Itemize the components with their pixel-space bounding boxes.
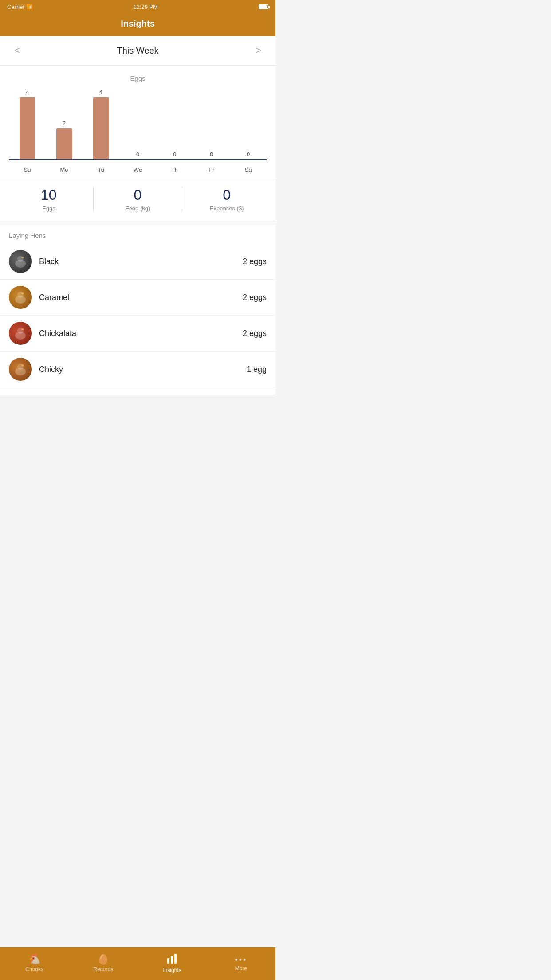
hen-avatar-chicky — [9, 358, 32, 381]
bar-rect-tu — [93, 97, 109, 159]
bar-value-fr: 0 — [210, 151, 213, 158]
bar-day-label-su: Su — [9, 166, 46, 173]
stat-expenses: 0 Expenses ($) — [182, 187, 271, 212]
bar-day-label-sa: Sa — [230, 166, 267, 173]
svg-point-2 — [21, 257, 24, 258]
prev-week-button[interactable]: < — [11, 43, 24, 58]
bar-value-mo: 2 — [63, 120, 66, 126]
hen-avatar-chickalata — [9, 322, 32, 345]
bar-value-su: 4 — [26, 89, 29, 95]
stat-eggs-label: Eggs — [4, 205, 93, 212]
week-label: This Week — [117, 46, 158, 56]
status-time: 12:29 PM — [134, 4, 158, 10]
bar-day-label-th: Th — [156, 166, 193, 173]
hen-eggs-chickalata: 2 eggs — [243, 329, 267, 338]
bar-col-su: 4 — [9, 89, 46, 159]
bar-chart: 4240000 — [9, 89, 267, 160]
stat-eggs: 10 Eggs — [4, 187, 93, 212]
carrier-wifi: Carrier 📶 — [7, 4, 33, 10]
hen-row-caramel[interactable]: Caramel2 eggs — [0, 280, 276, 316]
hen-name-caramel: Caramel — [39, 293, 243, 302]
laying-hens-section: Laying Hens Black2 eggs Caramel2 eggs Ch… — [0, 225, 276, 395]
bar-value-th: 0 — [173, 151, 176, 158]
hens-list: Black2 eggs Caramel2 eggs Chickalata2 eg… — [0, 244, 276, 387]
bar-col-th: 0 — [156, 151, 193, 159]
bar-rect-mo — [56, 128, 72, 159]
wifi-icon: 📶 — [27, 4, 33, 10]
hen-avatar-caramel — [9, 286, 32, 309]
hen-name-chickalata: Chickalata — [39, 329, 243, 338]
chart-section: Eggs 4240000 SuMoTuWeThFrSa — [0, 66, 276, 178]
stat-eggs-value: 10 — [4, 187, 93, 203]
hen-eggs-black: 2 eggs — [243, 257, 267, 266]
bar-day-label-fr: Fr — [193, 166, 230, 173]
bar-value-tu: 4 — [99, 89, 102, 95]
stat-expenses-value: 0 — [182, 187, 271, 203]
bar-day-label-mo: Mo — [46, 166, 83, 173]
chart-title: Eggs — [9, 75, 267, 82]
bar-col-we: 0 — [119, 151, 156, 159]
hen-row-chicky[interactable]: Chicky1 egg — [0, 352, 276, 387]
stat-expenses-label: Expenses ($) — [182, 205, 271, 212]
status-bar: Carrier 📶 12:29 PM — [0, 0, 276, 13]
hen-eggs-chicky: 1 egg — [247, 365, 267, 374]
battery-icon — [259, 4, 268, 9]
hen-avatar-black — [9, 250, 32, 273]
bar-days: SuMoTuWeThFrSa — [9, 164, 267, 173]
stat-feed-label: Feed (kg) — [94, 205, 182, 212]
bar-col-tu: 4 — [83, 89, 119, 159]
bar-col-fr: 0 — [193, 151, 230, 159]
stat-feed: 0 Feed (kg) — [93, 187, 182, 212]
stat-feed-value: 0 — [94, 187, 182, 203]
bar-day-label-we: We — [119, 166, 156, 173]
hen-row-chickalata[interactable]: Chickalata2 eggs — [0, 316, 276, 352]
app-header: Insights — [0, 13, 276, 36]
section-title: Laying Hens — [0, 232, 276, 244]
header-title: Insights — [121, 19, 155, 28]
bar-day-label-tu: Tu — [83, 166, 119, 173]
next-week-button[interactable]: > — [252, 43, 265, 58]
svg-point-11 — [21, 364, 24, 366]
hen-row-black[interactable]: Black2 eggs — [0, 244, 276, 280]
hen-name-black: Black — [39, 257, 243, 266]
bar-value-sa: 0 — [247, 151, 250, 158]
bar-col-sa: 0 — [230, 151, 267, 159]
carrier-text: Carrier — [7, 4, 25, 10]
bar-col-mo: 2 — [46, 120, 83, 159]
bar-value-we: 0 — [136, 151, 139, 158]
week-nav: < This Week > — [0, 36, 276, 66]
svg-point-8 — [21, 328, 24, 330]
svg-point-5 — [21, 292, 24, 294]
hen-name-chicky: Chicky — [39, 365, 247, 374]
bar-rect-su — [20, 97, 35, 159]
hen-eggs-caramel: 2 eggs — [243, 293, 267, 302]
summary-stats: 10 Eggs 0 Feed (kg) 0 Expenses ($) — [0, 178, 276, 221]
